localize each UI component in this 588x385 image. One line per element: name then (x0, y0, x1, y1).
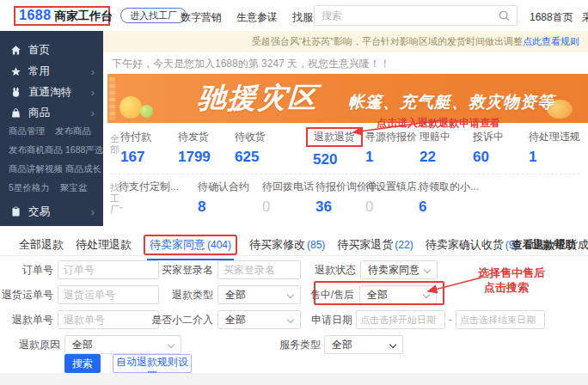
xiaoer-select[interactable]: 全部 (217, 310, 301, 329)
stat-callback: 待回拨电话 0 (262, 180, 314, 216)
search-box (314, 5, 518, 26)
stat-shop-setting: 待设置镇店... 0 (365, 180, 426, 216)
header: 1688 商家工作台 进入找工厂 数字营销 生意参谋 找服务 1688首页 采 (0, 0, 588, 31)
tab-awaiting-seller-agree[interactable]: 待卖家同意(404) (144, 235, 237, 255)
home-icon (10, 45, 21, 56)
date-separator: - (449, 310, 452, 329)
submenu-item[interactable]: 1688严选 (65, 144, 103, 156)
stat-pending-payment: 待付款 167 (120, 130, 151, 166)
submenu-item[interactable]: 商品成长 (65, 163, 101, 175)
tab-count: (85) (307, 239, 325, 251)
annotation-arrow (420, 273, 490, 297)
auto-refund-rule-button[interactable]: 自动退款规则设置 (113, 354, 192, 373)
search-button[interactable]: 搜索 (64, 354, 101, 373)
star-icon (10, 66, 21, 77)
submenu-item[interactable]: 聚宝盆 (60, 182, 88, 194)
logo-1688: 1688 (19, 8, 52, 23)
date-start-input[interactable] (356, 310, 445, 329)
refund-type-label: 退款类型 (159, 285, 213, 304)
chevron-down-icon (287, 316, 294, 323)
order-no-label: 订单号 (0, 260, 53, 279)
tab-awaiting-buyer-return[interactable]: 待买家退货(22) (337, 237, 413, 253)
notice-text: 受超强台风“杜苏芮”影响，平台针对影响区域的发货时间做出调整 (252, 35, 523, 48)
submenu-item[interactable]: 5星价格力 (9, 182, 50, 194)
sidebar-item-taote[interactable]: 直通淘特 › (10, 83, 100, 101)
stat-custom-payment: 待支付定制... - (119, 180, 179, 216)
refund-type-select[interactable]: 全部 (217, 285, 301, 304)
search-input[interactable] (315, 6, 495, 25)
submenu-item[interactable]: 发布商机商品 (9, 144, 63, 156)
sidebar-item-trade[interactable]: 交易 › (10, 203, 100, 220)
stat-coupons: 待领取的小... 6 (419, 180, 479, 216)
stat-confirm-contract: 待确认合约 8 (198, 180, 249, 216)
goods-bag-icon (10, 107, 21, 119)
merchant-workbench-page: 1688 商家工作台 进入找工厂 数字营销 生意参谋 找服务 1688首页 采 … (0, 0, 588, 385)
sidebar: 首页 常用 › 直通淘特 › 商品 › 商品管理 发布商品 发布商机商品 168… (0, 31, 103, 226)
buyer-name-label: 买家登录名 (159, 260, 213, 279)
sidebar-goods-submenu: 商品管理 发布商品 发布商机商品 1688严选 商品讲解视频 商品成长 5星价格… (0, 124, 103, 199)
apply-date-label: 申请日期 (299, 310, 352, 329)
submenu-item[interactable]: 发布商品 (55, 125, 91, 138)
notice-rules-link[interactable]: 点此查看规则 (523, 35, 579, 48)
annotation-arrow (342, 113, 452, 138)
logo-title: 商家工作台 (55, 9, 113, 24)
tab-count: (404) (207, 239, 231, 251)
return-waybill-input[interactable] (58, 285, 159, 304)
submenu-item[interactable]: 商品管理 (9, 125, 45, 138)
link-1688-home[interactable]: 1688首页 (530, 10, 573, 25)
greeting-text: 下午好，今天是您加入1688的第 3247 天，祝您生意兴隆！！ (112, 57, 390, 71)
xiaoer-label: 是否小二介入 (150, 310, 213, 329)
banner-decor-ladder (109, 77, 115, 119)
refund-status-label: 退款状态 (301, 260, 356, 279)
annotation-stage-line2: 点击搜索 (484, 280, 529, 296)
tab-pending-refunds[interactable]: 待处理退款 (76, 237, 132, 253)
logo[interactable]: 1688 商家工作台 (19, 8, 113, 24)
date-end-input[interactable] (456, 310, 545, 329)
footer-strip (0, 373, 588, 385)
sidebar-item-label: 常用 (28, 64, 50, 79)
chevron-right-icon: › (91, 65, 95, 78)
sidebar-item-goods[interactable]: 商品 › (10, 104, 100, 121)
service-type-select[interactable]: 全部 (324, 335, 403, 354)
refund-help-link[interactable]: 查看退款帮助 (511, 238, 576, 253)
chevron-down-icon (424, 266, 431, 273)
tab-all-refunds[interactable]: 全部退款 (19, 237, 64, 253)
chevron-down-icon (287, 291, 294, 298)
link-clipped[interactable]: 采 (582, 10, 588, 25)
search-icon[interactable] (498, 9, 511, 22)
banner-title: 驰援灾区 (196, 79, 319, 118)
tab-awaiting-buyer-modify[interactable]: 待买家修改(85) (249, 237, 325, 253)
submenu-item[interactable]: 商品讲解视频 (9, 163, 63, 175)
tab-count: (22) (395, 239, 413, 251)
chevron-right-icon: › (91, 86, 95, 99)
tab-awaiting-seller-confirm[interactable]: 待卖家确认收货(9) (426, 237, 518, 253)
nav-digital-marketing[interactable]: 数字营销 (181, 10, 222, 25)
stat-violations: 待处理违规 1 (529, 130, 580, 166)
sidebar-item-home[interactable]: 首页 (10, 41, 100, 58)
enter-factory-button[interactable]: 进入找工厂 (120, 8, 187, 23)
stats-divider (110, 174, 579, 174)
refund-no-input[interactable] (58, 310, 159, 329)
sidebar-item-favorites[interactable]: 常用 › (10, 63, 100, 80)
sale-stage-label: 售中/售后 (301, 285, 354, 304)
service-type-label: 服务类型 (279, 335, 321, 354)
chevron-down-icon (389, 341, 396, 348)
refund-reason-select[interactable]: 全部 (64, 335, 181, 354)
return-waybill-label: 退货运单号 (0, 285, 53, 304)
sidebar-item-label: 直通淘特 (28, 85, 71, 100)
taote-rabbit-icon (10, 87, 21, 98)
banner-decor-fruit (140, 105, 153, 118)
stat-pending-receipt: 待收货 625 (235, 130, 266, 166)
nav-business-advisor[interactable]: 生意参谋 (236, 10, 278, 25)
buyer-name-input[interactable] (217, 260, 301, 279)
trade-clipboard-icon (10, 206, 21, 217)
chevron-right-icon: › (91, 107, 95, 119)
typhoon-notice-bar: 受超强台风“杜苏芮”影响，平台针对影响区域的发货时间做出调整点此查看规则 (103, 31, 588, 52)
sidebar-item-label: 商品 (28, 106, 50, 120)
refund-reason-label: 退款原因 (7, 335, 60, 354)
header-nav: 数字营销 生意参谋 找服务 (181, 10, 323, 25)
chevron-right-icon: › (91, 205, 95, 218)
sidebar-item-label: 交易 (28, 205, 50, 219)
stats-group-all: 全部 (109, 133, 120, 156)
order-no-input[interactable] (58, 260, 159, 279)
